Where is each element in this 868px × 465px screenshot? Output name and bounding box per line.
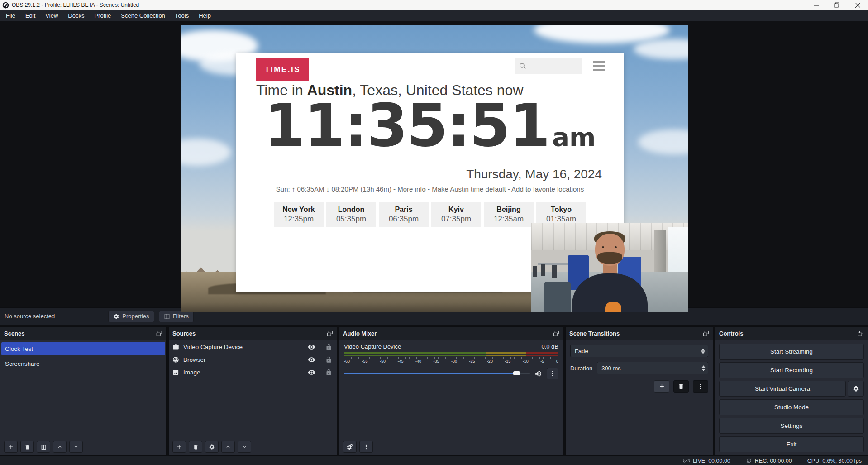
- menu-profile[interactable]: Profile: [89, 11, 116, 20]
- popout-icon[interactable]: [858, 331, 864, 337]
- audio-mixer-header[interactable]: Audio Mixer: [339, 327, 563, 340]
- settings-button[interactable]: Settings: [719, 418, 864, 434]
- controls-header[interactable]: Controls: [715, 327, 868, 340]
- menu-help[interactable]: Help: [194, 11, 216, 20]
- exit-button[interactable]: Exit: [719, 436, 864, 452]
- add-transition-button[interactable]: [654, 380, 669, 393]
- sun-times: Sun: ↑ 06:35AM ↓ 08:20PM (13h 46m) -: [276, 185, 397, 193]
- webcam-shirt-logo: [605, 302, 621, 312]
- source-label: Image: [183, 369, 200, 376]
- timeis-clock-row: 11:35:51am: [256, 91, 604, 160]
- duration-spinbox[interactable]: 300 ms: [597, 362, 708, 374]
- add-source-button[interactable]: [172, 441, 186, 453]
- add-scene-button[interactable]: [4, 441, 18, 453]
- scene-item-screenshare[interactable]: Screenshare: [1, 357, 165, 370]
- source-status-label: No source selected: [5, 313, 55, 320]
- move-scene-up-button[interactable]: [53, 441, 67, 453]
- visibility-eye-icon[interactable]: [308, 343, 315, 351]
- city-name: Kyiv: [431, 206, 481, 214]
- controls-body: Start Streaming Start Recording Start Vi…: [715, 340, 868, 455]
- scene-item-clock-test[interactable]: Clock Test: [1, 342, 165, 355]
- webcam-chair: [533, 266, 537, 277]
- sources-header[interactable]: Sources: [169, 327, 337, 340]
- audio-mixer-panel: Audio Mixer Video Capture Device 0.0 dB …: [339, 326, 563, 456]
- advanced-audio-button[interactable]: [343, 441, 357, 453]
- volume-slider[interactable]: [344, 373, 530, 374]
- source-item-video-capture[interactable]: Video Capture Device: [169, 340, 337, 353]
- program-canvas[interactable]: TIME.IS Time in Austin, Texas, United St…: [181, 25, 688, 312]
- webcam-person-eye: [602, 246, 604, 248]
- tick-label: 0: [556, 359, 558, 364]
- cloud: [638, 129, 688, 154]
- scenes-header[interactable]: Scenes: [0, 327, 166, 340]
- mixer-options-button[interactable]: [359, 441, 373, 453]
- source-item-browser[interactable]: Browser: [169, 353, 337, 366]
- menu-tools[interactable]: Tools: [170, 11, 194, 20]
- menu-docks[interactable]: Docks: [63, 11, 89, 20]
- camera-icon: [172, 344, 179, 350]
- source-properties-button[interactable]: [205, 441, 219, 453]
- lock-icon[interactable]: [325, 344, 332, 350]
- spin-arrows-icon[interactable]: [699, 365, 708, 371]
- start-recording-button[interactable]: Start Recording: [719, 362, 864, 378]
- menu-scene-collection[interactable]: Scene Collection: [116, 11, 170, 20]
- lock-icon[interactable]: [325, 369, 332, 376]
- popout-icon[interactable]: [327, 331, 333, 337]
- remove-scene-button[interactable]: [20, 441, 34, 453]
- city-card-kyiv: Kyiv 07:35pm: [431, 202, 481, 227]
- sources-toolbar: [169, 438, 337, 455]
- move-source-down-button[interactable]: [238, 441, 251, 453]
- timeis-logo: TIME.IS: [256, 58, 309, 81]
- volume-slider-handle[interactable]: [513, 371, 520, 375]
- remove-source-button[interactable]: [189, 441, 202, 453]
- lock-icon[interactable]: [325, 356, 332, 363]
- controls-panel: Controls Start Streaming Start Recording…: [715, 326, 868, 456]
- channel-name: Video Capture Device: [344, 343, 401, 350]
- more-info-link: More info: [397, 185, 426, 193]
- move-scene-down-button[interactable]: [69, 441, 83, 453]
- city-card-beijing: Beijing 12:35am: [484, 202, 534, 227]
- combo-arrows-icon[interactable]: [698, 345, 708, 357]
- menu-file[interactable]: File: [1, 11, 20, 20]
- mute-speaker-icon[interactable]: [534, 370, 542, 378]
- obs-logo-icon: [2, 2, 9, 9]
- scene-transitions-header[interactable]: Scene Transitions: [566, 327, 713, 340]
- tick-label: -55: [362, 359, 367, 364]
- start-streaming-button[interactable]: Start Streaming: [719, 344, 864, 360]
- remove-transition-button[interactable]: [673, 380, 689, 393]
- studio-mode-button[interactable]: Studio Mode: [719, 399, 864, 415]
- minimize-button[interactable]: [806, 0, 826, 10]
- visibility-eye-icon[interactable]: [308, 356, 315, 364]
- filters-button[interactable]: Filters: [159, 311, 194, 322]
- meter-bar: [344, 355, 558, 356]
- tick-label: -45: [397, 359, 403, 364]
- transition-options-button[interactable]: [693, 380, 708, 393]
- menu-view[interactable]: View: [40, 11, 63, 20]
- transition-select[interactable]: Fade: [570, 345, 708, 357]
- channel-options-button[interactable]: [547, 368, 558, 379]
- popout-icon[interactable]: [156, 331, 162, 337]
- source-item-image[interactable]: Image: [169, 366, 337, 379]
- menu-edit[interactable]: Edit: [20, 11, 40, 20]
- source-label: Browser: [183, 356, 206, 363]
- popout-icon[interactable]: [703, 331, 709, 337]
- popout-icon[interactable]: [553, 331, 559, 337]
- city-time: 12:35am: [484, 215, 534, 224]
- preview-area[interactable]: TIME.IS Time in Austin, Texas, United St…: [0, 21, 868, 307]
- close-button[interactable]: [847, 0, 868, 10]
- window-title: OBS 29.1.2 - Profile: LLHLS BETA - Scene…: [12, 2, 139, 8]
- tick-label: -10: [523, 359, 529, 364]
- restore-button[interactable]: [826, 0, 847, 10]
- tick-label: -25: [469, 359, 475, 364]
- move-source-up-button[interactable]: [221, 441, 235, 453]
- audio-mixer-title: Audio Mixer: [343, 330, 377, 337]
- properties-label: Properties: [122, 313, 149, 320]
- obs-window: OBS 29.1.2 - Profile: LLHLS BETA - Scene…: [0, 0, 868, 465]
- properties-button[interactable]: Properties: [108, 311, 154, 322]
- scene-filters-button[interactable]: [37, 441, 50, 453]
- visibility-eye-icon[interactable]: [308, 369, 315, 376]
- virtual-camera-settings-button[interactable]: [848, 381, 864, 397]
- search-icon: [519, 62, 527, 70]
- start-virtual-camera-button[interactable]: Start Virtual Camera: [719, 381, 846, 397]
- source-label: Video Capture Device: [183, 344, 243, 350]
